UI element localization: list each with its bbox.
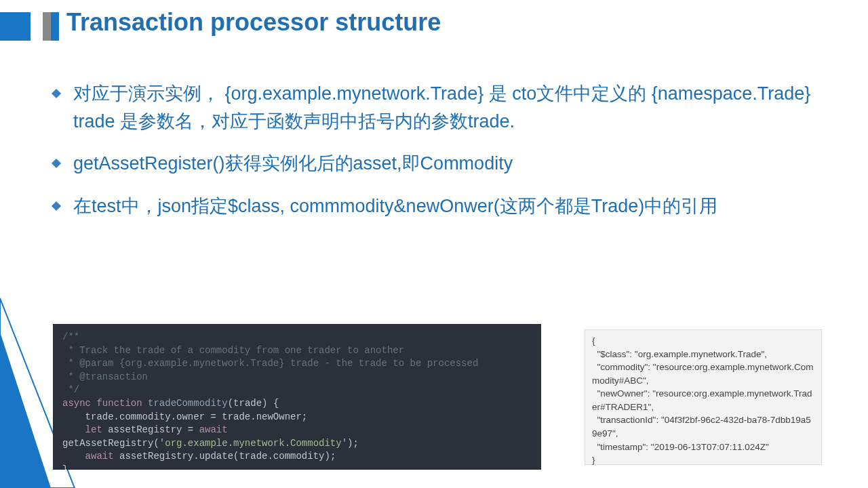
json-snippet: { "$class": "org.example.mynetwork.Trade… bbox=[585, 329, 822, 465]
json-line: "commodity": "resource:org.example.mynet… bbox=[592, 362, 814, 386]
bullet-item: 对应于演示实例， {org.example.mynetwork.Trade} 是… bbox=[53, 80, 827, 135]
json-line: "transactionId": "04f3f2bf-96c2-432d-ba7… bbox=[592, 415, 811, 439]
code-keyword: let bbox=[62, 424, 102, 435]
json-line: "timestamp": "2019-06-13T07:07:11.024Z" bbox=[592, 442, 769, 452]
code-text: ); bbox=[347, 438, 359, 449]
header-blue-bar bbox=[51, 12, 59, 41]
code-comment: * @transaction bbox=[62, 371, 148, 382]
header-decoration bbox=[0, 12, 59, 41]
json-line: } bbox=[592, 455, 595, 465]
code-keyword: await bbox=[62, 451, 114, 462]
diamond-icon bbox=[52, 201, 61, 210]
code-text: getAssetRegistry( bbox=[62, 438, 159, 449]
diamond-icon bbox=[52, 159, 61, 168]
slide-title: Transaction processor structure bbox=[66, 8, 441, 37]
code-text: assetRegistry.update(trade.commodity); bbox=[114, 451, 336, 462]
json-line: "newOwner": "resource:org.example.mynetw… bbox=[592, 388, 812, 412]
bullet-item: getAssetRegister()获得实例化后的asset,即Commodit… bbox=[53, 150, 827, 178]
code-keyword: await bbox=[199, 424, 228, 435]
bullet-text: 在test中，json指定$class, commmodity&newOnwer… bbox=[73, 192, 827, 220]
slide-body: 对应于演示实例， {org.example.mynetwork.Trade} 是… bbox=[53, 80, 827, 235]
json-line: { bbox=[592, 336, 595, 346]
code-comment: */ bbox=[62, 384, 79, 395]
code-keyword: async bbox=[62, 398, 91, 409]
bullet-text: 对应于演示实例， {org.example.mynetwork.Trade} 是… bbox=[73, 80, 827, 135]
json-line: "$class": "org.example.mynetwork.Trade", bbox=[592, 349, 767, 359]
bullet-item: 在test中，json指定$class, commmodity&newOnwer… bbox=[53, 192, 827, 220]
code-text: assetRegistry = bbox=[102, 424, 199, 435]
diamond-icon bbox=[52, 89, 61, 98]
code-text: (trade) { bbox=[228, 398, 279, 409]
bullet-text: getAssetRegister()获得实例化后的asset,即Commodit… bbox=[73, 150, 827, 178]
code-function: tradeCommodity bbox=[148, 398, 228, 409]
code-text: } bbox=[62, 464, 68, 470]
header-blue-block bbox=[0, 12, 31, 41]
header-gray-bar bbox=[43, 12, 51, 41]
code-text: trade.commodity.owner = trade.newOwner; bbox=[62, 411, 307, 422]
code-comment: /** bbox=[62, 331, 79, 342]
code-keyword: function bbox=[96, 398, 142, 409]
code-comment: * @param {org.example.mynetwork.Trade} t… bbox=[62, 358, 478, 369]
code-comment: * Track the trade of a commodity from on… bbox=[62, 345, 404, 356]
code-snippet: /** * Track the trade of a commodity fro… bbox=[53, 324, 541, 470]
code-string: 'org.example.mynetwork.Commodity' bbox=[159, 438, 347, 449]
